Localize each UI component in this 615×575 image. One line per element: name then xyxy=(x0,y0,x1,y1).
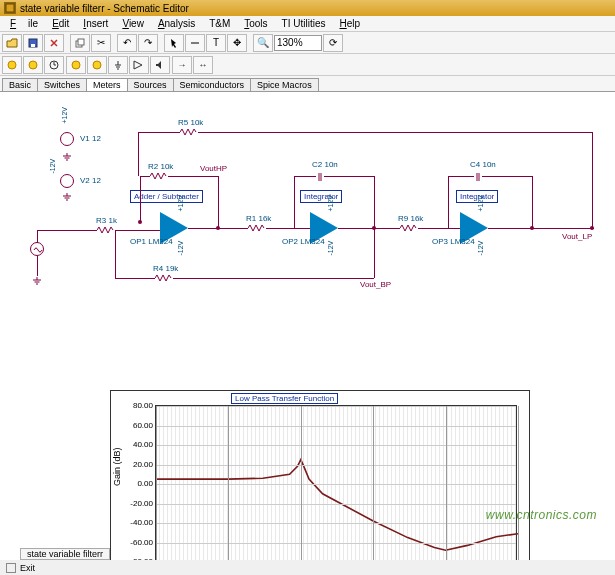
wire xyxy=(592,132,593,228)
comp-speaker[interactable] xyxy=(150,56,170,74)
label-op2: OP2 LM324 xyxy=(282,237,325,246)
move-button[interactable]: ✥ xyxy=(227,34,247,52)
wire xyxy=(482,176,532,177)
status-icon xyxy=(6,563,16,573)
menu-view[interactable]: View xyxy=(116,17,150,30)
menu-tm[interactable]: T&M xyxy=(203,17,236,30)
chart-hgrid xyxy=(156,543,516,544)
schematic-canvas[interactable]: V1 12 V2 12 +12V -12V R3 1k Adder / Subt… xyxy=(0,92,615,560)
chart-ytick: -40.00 xyxy=(130,518,153,527)
comp-right-arrow[interactable]: → xyxy=(172,56,192,74)
wire xyxy=(140,176,150,177)
comp-isrc[interactable] xyxy=(87,56,107,74)
resistor-r1 xyxy=(248,225,266,231)
chart-vgrid xyxy=(156,406,157,560)
tab-sources[interactable]: Sources xyxy=(127,78,174,91)
voltage-source-v2 xyxy=(60,174,74,188)
resistor-r3 xyxy=(97,227,115,233)
menu-file[interactable]: File xyxy=(4,17,44,30)
svg-rect-2 xyxy=(31,44,35,47)
resistor-r4 xyxy=(155,275,173,281)
chart-vgrid xyxy=(446,406,447,560)
document-tab[interactable]: state variable filterr xyxy=(20,548,110,560)
chart-vgrid xyxy=(228,406,229,560)
main-toolbar: ✂ ↶ ↷ T ✥ 🔍 ⟳ xyxy=(0,32,615,54)
wire xyxy=(173,278,374,279)
text-button[interactable]: T xyxy=(206,34,226,52)
menu-edit[interactable]: Edit xyxy=(46,17,75,30)
tab-basic[interactable]: Basic xyxy=(2,78,38,91)
svg-point-9 xyxy=(93,61,101,69)
wire xyxy=(168,176,218,177)
label-c2: C2 10n xyxy=(312,160,338,169)
capacitor-c4 xyxy=(474,172,482,180)
ac-source xyxy=(30,242,44,256)
comp-clock[interactable] xyxy=(44,56,64,74)
wire xyxy=(140,176,141,222)
ground-icon-2 xyxy=(62,192,72,200)
label-op1: OP1 LM324 xyxy=(130,237,173,246)
wire xyxy=(338,228,400,229)
wire xyxy=(266,228,310,229)
select-button[interactable] xyxy=(164,34,184,52)
rail-p12-op2: +12V xyxy=(327,195,334,212)
open-button[interactable] xyxy=(2,34,22,52)
svg-point-6 xyxy=(29,61,37,69)
refresh-button[interactable]: ⟳ xyxy=(323,34,343,52)
menu-tools[interactable]: Tools xyxy=(238,17,273,30)
wire xyxy=(115,230,116,278)
chart-vgrid xyxy=(301,406,302,560)
undo-button[interactable]: ↶ xyxy=(117,34,137,52)
chart-title: Low Pass Transfer Function xyxy=(231,393,338,404)
svg-rect-4 xyxy=(78,39,84,45)
close-button[interactable] xyxy=(44,34,64,52)
chart-plot-area xyxy=(155,405,517,560)
chart-ytick: -20.00 xyxy=(130,498,153,507)
chart-ytick: 40.00 xyxy=(133,440,153,449)
wire xyxy=(115,278,155,279)
comp-sun2[interactable] xyxy=(23,56,43,74)
menu-help[interactable]: Help xyxy=(334,17,367,30)
wire xyxy=(448,176,474,177)
menu-analysis[interactable]: Analysis xyxy=(152,17,201,30)
chart-vgrid xyxy=(373,406,374,560)
menu-tiutil[interactable]: TI Utilities xyxy=(276,17,332,30)
comp-amp[interactable] xyxy=(129,56,149,74)
comp-gnd[interactable] xyxy=(108,56,128,74)
rail-p12-op1: +12V xyxy=(177,195,184,212)
label-r4: R4 19k xyxy=(153,264,178,273)
wire xyxy=(115,230,160,231)
comp-sun1[interactable] xyxy=(2,56,22,74)
wire xyxy=(37,230,97,231)
tab-semiconductors[interactable]: Semiconductors xyxy=(173,78,252,91)
wire-button[interactable] xyxy=(185,34,205,52)
comp-both-arrow[interactable]: ↔ xyxy=(193,56,213,74)
window-titlebar: state variable filterr - Schematic Edito… xyxy=(0,0,615,16)
cut-button[interactable]: ✂ xyxy=(91,34,111,52)
save-button[interactable] xyxy=(23,34,43,52)
node xyxy=(590,226,594,230)
zoom-input[interactable] xyxy=(274,35,322,51)
chart-ytick: 60.00 xyxy=(133,420,153,429)
resistor-r9 xyxy=(400,225,418,231)
wire xyxy=(294,176,295,228)
tab-meters[interactable]: Meters xyxy=(86,78,128,91)
rail-n12-1: -12V xyxy=(49,159,56,174)
redo-button[interactable]: ↷ xyxy=(138,34,158,52)
comp-vsrc[interactable] xyxy=(66,56,86,74)
label-r9: R9 16k xyxy=(398,214,423,223)
tab-switches[interactable]: Switches xyxy=(37,78,87,91)
tab-spice-macros[interactable]: Spice Macros xyxy=(250,78,319,91)
chart-ytick: -80.00 xyxy=(130,557,153,561)
capacitor-c2 xyxy=(316,172,324,180)
svg-point-5 xyxy=(8,61,16,69)
zoom-icon[interactable]: 🔍 xyxy=(253,34,273,52)
component-toolbar: → ↔ xyxy=(0,54,615,76)
chart-hgrid xyxy=(156,484,516,485)
menu-insert[interactable]: Insert xyxy=(77,17,114,30)
chart-curve xyxy=(156,406,518,560)
rail-p12-1: +12V xyxy=(61,107,68,124)
wire xyxy=(488,228,594,229)
copy-button[interactable] xyxy=(70,34,90,52)
wire xyxy=(218,176,219,228)
